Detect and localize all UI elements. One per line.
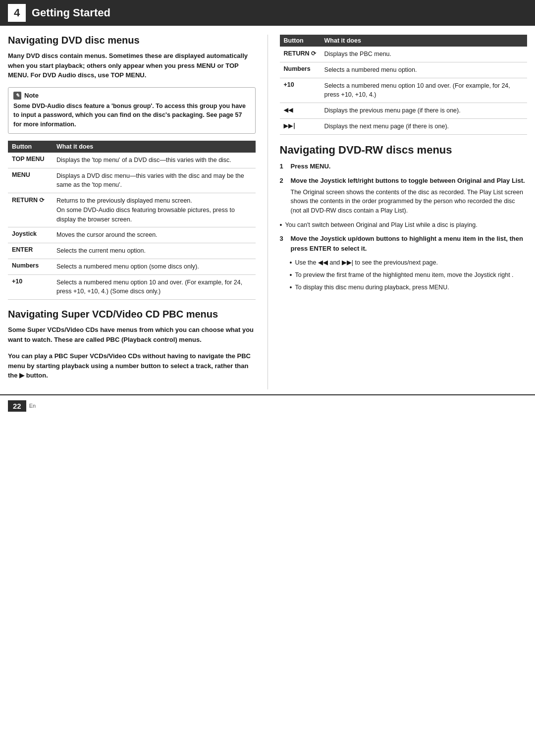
table-row: JoystickMoves the cursor around the scre…: [8, 227, 256, 243]
table-col-whatitdoes: What it does: [53, 141, 256, 153]
desc-cell: Selects a numbered menu option (some dis…: [53, 259, 256, 274]
bullet-display-text: To display this disc menu during playbac…: [295, 283, 449, 293]
dvd-disc-menus-intro: Many DVD discs contain menus. Sometimes …: [8, 51, 256, 80]
pbc-table-col-whatitdoes: What it does: [321, 35, 527, 47]
button-cell: TOP MENU: [8, 153, 53, 168]
main-content: Navigating DVD disc menus Many DVD discs…: [0, 35, 535, 389]
desc-cell: Displays the next menu page (if there is…: [321, 118, 527, 134]
table-row: RETURN ⟳Displays the PBC menu.: [280, 47, 528, 62]
note-title: ✎ Note: [13, 92, 250, 100]
language-label: En: [29, 403, 36, 409]
bullet-preview-text: To preview the first frame of the highli…: [295, 270, 513, 280]
page-footer: 22 En: [0, 394, 535, 417]
table-row: +10Selects a numbered menu option 10 and…: [280, 78, 528, 103]
desc-cell: Returns to the previously displayed menu…: [53, 193, 256, 227]
bullet-prevnext: Use the ◀◀ and ▶▶| to see the previous/n…: [290, 258, 528, 268]
chapter-header: 4 Getting Started: [0, 0, 535, 26]
desc-cell: Selects the current menu option.: [53, 243, 256, 259]
step-2-sub: The Original screen shows the contents o…: [291, 188, 528, 216]
step-1: 1 Press MENU.: [280, 162, 528, 171]
bullet-preview: To preview the first frame of the highli…: [290, 270, 528, 280]
table-row: MENUDisplays a DVD disc menu—this varies…: [8, 168, 256, 193]
desc-cell: Displays the previous menu page (if ther…: [321, 103, 527, 119]
table-row: ▶▶|Displays the next menu page (if there…: [280, 118, 528, 134]
button-cell: Numbers: [280, 62, 321, 78]
dvd-buttons-table: Button What it does TOP MENUDisplays the…: [8, 141, 256, 300]
chapter-title: Getting Started: [32, 6, 110, 19]
dvd-rw-title: Navigating DVD-RW discs menus: [280, 144, 528, 157]
bullet-display: To display this disc menu during playbac…: [290, 283, 528, 293]
dvd-disc-menus-title: Navigating DVD disc menus: [8, 35, 256, 46]
step-3-bullets: Use the ◀◀ and ▶▶| to see the previous/n…: [290, 258, 528, 292]
step-3: 3 Move the Joystick up/down buttons to h…: [280, 234, 528, 253]
button-cell: RETURN ⟳: [8, 193, 53, 227]
bullet-switch-text: You can't switch between Original and Pl…: [285, 220, 477, 230]
button-cell: +10: [8, 274, 53, 300]
step-3-list: 3 Move the Joystick up/down buttons to h…: [280, 234, 528, 253]
note-icon: ✎: [13, 92, 21, 100]
step-2-bullets: You can't switch between Original and Pl…: [280, 220, 528, 230]
table-row: ENTERSelects the current menu option.: [8, 243, 256, 259]
super-vcd-intro2: You can play a PBC Super VCDs/Video CDs …: [8, 351, 256, 380]
dvd-rw-steps: 1 Press MENU. 2 Move the Joystick left/r…: [280, 162, 528, 216]
desc-cell: Displays the PBC menu.: [321, 47, 527, 62]
button-cell: Joystick: [8, 227, 53, 243]
table-row: TOP MENUDisplays the 'top menu' of a DVD…: [8, 153, 256, 168]
desc-cell: Selects a numbered menu option.: [321, 62, 527, 78]
bullet-prevnext-text: Use the ◀◀ and ▶▶| to see the previous/n…: [295, 258, 438, 268]
button-cell: MENU: [8, 168, 53, 193]
table-row: NumbersSelects a numbered menu option (s…: [8, 259, 256, 274]
dvd-rw-section: Navigating DVD-RW discs menus 1 Press ME…: [280, 144, 528, 293]
step-1-text: Press MENU.: [291, 162, 331, 170]
step-3-main: Move the Joystick up/down buttons to hig…: [291, 235, 523, 252]
desc-cell: Selects a numbered menu option 10 and ov…: [321, 78, 527, 103]
button-cell: Numbers: [8, 259, 53, 274]
dvd-disc-menus-section: Navigating DVD disc menus Many DVD discs…: [8, 35, 256, 300]
button-cell: RETURN ⟳: [280, 47, 321, 62]
table-row: +10Selects a numbered menu option 10 and…: [8, 274, 256, 300]
page-wrapper: 4 Getting Started Navigating DVD disc me…: [0, 0, 535, 417]
note-box: ✎ Note Some DVD-Audio discs feature a 'b…: [8, 87, 256, 134]
super-vcd-intro1: Some Super VCDs/Video CDs have menus fro…: [8, 325, 256, 344]
step-2-main: Move the Joystick left/right buttons to …: [291, 177, 525, 184]
table-row: RETURN ⟳Returns to the previously displa…: [8, 193, 256, 227]
desc-cell: Selects a numbered menu option 10 and ov…: [53, 274, 256, 300]
table-col-button: Button: [8, 141, 53, 153]
right-column: Button What it does RETURN ⟳Displays the…: [268, 35, 528, 389]
left-column: Navigating DVD disc menus Many DVD discs…: [8, 35, 268, 389]
desc-cell: Displays a DVD disc menu—this varies wit…: [53, 168, 256, 193]
page-number: 22: [8, 400, 26, 412]
button-cell: +10: [280, 78, 321, 103]
button-cell: ◀◀: [280, 103, 321, 119]
step-2: 2 Move the Joystick left/right buttons t…: [280, 176, 528, 216]
note-text: Some DVD-Audio discs feature a 'bonus gr…: [13, 102, 250, 129]
button-cell: ▶▶|: [280, 118, 321, 134]
table-row: ◀◀Displays the previous menu page (if th…: [280, 103, 528, 119]
super-vcd-title: Navigating Super VCD/Video CD PBC menus: [8, 309, 256, 320]
desc-cell: Moves the cursor around the screen.: [53, 227, 256, 243]
pbc-table-col-button: Button: [280, 35, 321, 47]
button-cell: ENTER: [8, 243, 53, 259]
bullet-switch: You can't switch between Original and Pl…: [280, 220, 528, 230]
desc-cell: Displays the 'top menu' of a DVD disc—th…: [53, 153, 256, 168]
pbc-buttons-table: Button What it does RETURN ⟳Displays the…: [280, 35, 528, 135]
table-row: NumbersSelects a numbered menu option.: [280, 62, 528, 78]
chapter-number: 4: [8, 4, 26, 22]
super-vcd-section: Navigating Super VCD/Video CD PBC menus …: [8, 309, 256, 380]
